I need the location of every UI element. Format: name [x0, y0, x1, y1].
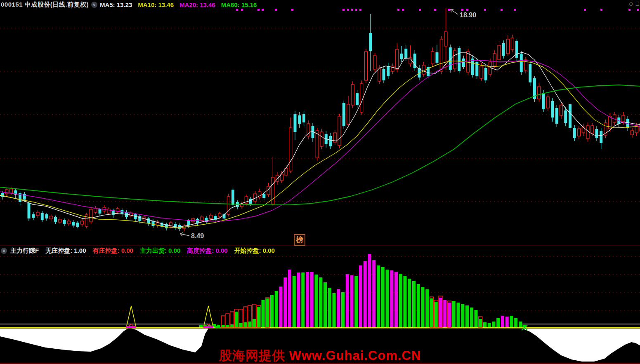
- symbol-title: 000151 中成股份(日线.前复权): [1, 1, 89, 9]
- ma20-value: MA20: 13.46: [179, 1, 215, 8]
- candles: [1, 8, 640, 231]
- watermark-url: Www.Guhai.Com.CN: [289, 348, 421, 363]
- indicator-value-chuhuo: 主力出货: 0.00: [140, 247, 180, 255]
- header-corner-icons: ◇ ⎕: [629, 0, 639, 7]
- chevron-down-icon[interactable]: ∨: [1, 248, 7, 254]
- indicator-value-nozhuang: 无庄控盘: 1.00: [45, 247, 86, 255]
- price-annotations: 18.908.49: [180, 9, 476, 240]
- diamond-icon[interactable]: ◇: [629, 0, 633, 7]
- main-chart-header: 000151 中成股份(日线.前复权) ∨ MA5: 13.23 MA10: 1…: [0, 0, 640, 9]
- chart-canvas[interactable]: 18.908.49: [0, 0, 640, 364]
- ma60-value: MA60: 15.16: [221, 1, 257, 8]
- indicator-header: ∨ 主力行踪F 无庄控盘: 1.00 有庄控盘: 0.00 主力出货: 0.00…: [0, 247, 640, 255]
- chevron-down-icon[interactable]: ∨: [91, 2, 97, 8]
- indicator-title: 主力行踪F: [10, 247, 39, 255]
- trading-app-screen: 18.908.49 000151 中成股份(日线.前复权) ∨ MA5: 13.…: [0, 0, 640, 364]
- watermark: 股海网提供 Www.Guhai.Com.CN: [0, 347, 640, 364]
- indicator-value-gaodu: 高度控盘: 0.00: [187, 247, 227, 255]
- indicator-value-youzhuang: 有庄控盘: 0.00: [93, 247, 133, 255]
- high-price-label: 18.90: [460, 12, 476, 19]
- low-price-label: 8.49: [191, 232, 204, 240]
- ma5-value: MA5: 13.23: [100, 1, 132, 8]
- rank-badge: 榜: [294, 234, 305, 246]
- window-icon[interactable]: ⎕: [636, 0, 639, 7]
- indicator-baseline: [0, 327, 640, 329]
- control-histogram: [199, 254, 527, 327]
- indicator-value-kaishi: 开始控盘: 0.00: [234, 247, 275, 255]
- watermark-site-name: 股海网提供: [219, 348, 289, 363]
- ma10-value: MA10: 13.46: [138, 1, 174, 8]
